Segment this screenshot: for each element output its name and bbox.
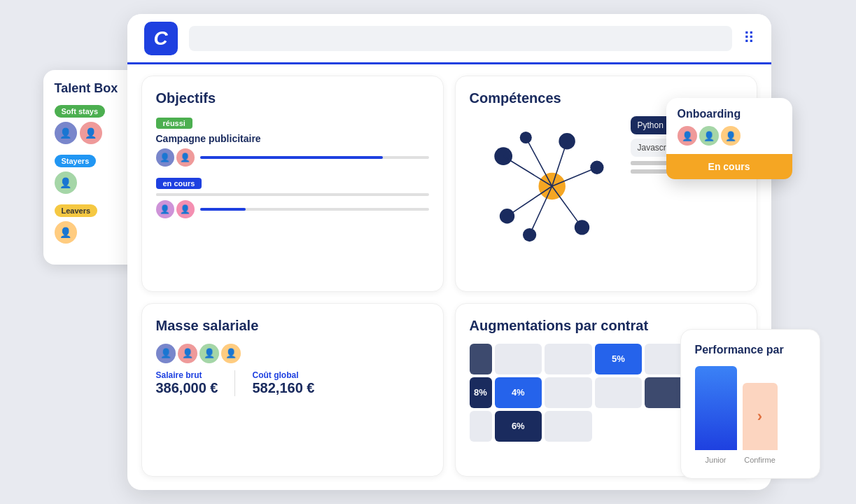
masse-divider xyxy=(234,370,235,396)
objectifs-card: Objectifs réussi Campagne publicitaire 👤… xyxy=(141,76,444,292)
app-logo: C xyxy=(144,22,178,55)
network-svg xyxy=(470,116,619,256)
aug-cell-empty xyxy=(595,377,643,408)
aug-cell-6pct: 6% xyxy=(495,411,542,442)
masse-avatars: 👤 👤 👤 👤 xyxy=(156,344,429,363)
avatar: 👤 xyxy=(176,200,195,218)
onboarding-avatars: 👤 👤 👤 xyxy=(678,126,781,146)
avatar: 👤 xyxy=(80,122,102,144)
aug-cell-empty xyxy=(545,377,592,408)
perf-bar-confirme: › xyxy=(743,383,778,450)
avatar: 👤 xyxy=(156,344,176,363)
masse-salariale-card: Masse salariale 👤 👤 👤 👤 Salaire brut 386… xyxy=(141,303,444,477)
avatar: 👤 xyxy=(176,148,195,167)
aug-cell-8pct: 8% xyxy=(470,377,492,408)
objectif-avatars: 👤 👤 xyxy=(156,148,195,167)
cout-value: 582,160 € xyxy=(252,380,314,396)
performance-card: Performance par › Junior Confirme xyxy=(680,329,820,479)
skill-name: Python xyxy=(638,120,664,130)
aug-row-label xyxy=(470,344,492,374)
en-cours-button[interactable]: En cours xyxy=(666,154,792,179)
perf-label-confirme: Confirme xyxy=(743,456,778,464)
avatar: 👤 xyxy=(156,148,174,167)
masse-title: Masse salariale xyxy=(156,318,429,334)
avatar: 👤 xyxy=(178,344,197,363)
perf-bar-junior xyxy=(695,366,737,450)
progress-bar-2 xyxy=(156,193,265,196)
scene: Talent Box Soft stays 👤 👤 Stayers 👤 Leav… xyxy=(43,14,813,490)
progress-container-2 xyxy=(156,193,429,196)
salaire-brut-col: Salaire brut 386,000 € xyxy=(156,370,218,396)
onboarding-title: Onboarding xyxy=(678,108,781,120)
svg-line-8 xyxy=(503,156,552,186)
svg-line-14 xyxy=(526,137,552,186)
soft-stays-badge: Soft stays xyxy=(55,105,106,118)
leavers-badge: Leavers xyxy=(55,204,98,217)
aug-cell-empty xyxy=(545,411,592,442)
objectifs-title: Objectifs xyxy=(156,90,429,106)
competences-graph xyxy=(470,116,619,256)
salaire-label: Salaire brut xyxy=(156,370,218,380)
cout-label: Coût global xyxy=(252,370,314,380)
salaire-value: 386,000 € xyxy=(156,380,218,396)
progress-bar xyxy=(200,156,384,159)
avatar: 👤 xyxy=(721,126,741,146)
progress-container xyxy=(200,156,429,159)
avatar: 👤 xyxy=(55,122,77,144)
reussi-badge: réussi xyxy=(156,118,192,129)
avatar: 👤 xyxy=(221,344,241,363)
objectif-item-campagne: réussi Campagne publicitaire 👤 👤 xyxy=(156,116,429,167)
objectif-row-2 xyxy=(156,193,429,196)
aug-cell-empty xyxy=(545,344,592,374)
stayers-badge: Stayers xyxy=(55,155,97,167)
objectif-row: 👤 👤 xyxy=(156,148,429,167)
svg-line-11 xyxy=(552,186,582,227)
grid-menu-icon[interactable]: ⠿ xyxy=(743,29,755,48)
objectif-name: Campagne publicitaire xyxy=(156,133,429,144)
perf-label-junior: Junior xyxy=(695,456,737,464)
objectif-avatars-2: 👤 👤 xyxy=(156,200,195,218)
avatar: 👤 xyxy=(199,344,219,363)
onboarding-card: Onboarding 👤 👤 👤 En cours xyxy=(666,98,792,179)
aug-cell-empty xyxy=(495,344,542,374)
masse-amounts: Salaire brut 386,000 € Coût global 582,1… xyxy=(156,370,429,396)
main-dashboard-card: C ⠿ Objectifs réussi Campagne publicitai… xyxy=(127,14,771,490)
encours-badge: en cours xyxy=(156,178,202,189)
objectif-item-encours: en cours 👤 👤 xyxy=(156,176,429,218)
cout-global-col: Coût global 582,160 € xyxy=(252,370,314,396)
performance-bars: › xyxy=(695,366,806,450)
avatar: 👤 xyxy=(156,200,174,218)
avatar: 👤 xyxy=(678,126,697,146)
progress-container-3 xyxy=(200,208,429,211)
progress-bar-3 xyxy=(200,208,246,211)
aug-cell-5pct: 5% xyxy=(595,344,643,374)
aug-cell-4pct: 4% xyxy=(495,377,542,408)
avatar: 👤 xyxy=(699,126,719,146)
app-header: C ⠿ xyxy=(127,14,771,64)
objectif-row-3: 👤 👤 xyxy=(156,200,429,218)
aug-cell-empty xyxy=(470,411,492,442)
avatar: 👤 xyxy=(55,172,77,194)
search-bar[interactable] xyxy=(189,26,732,51)
svg-point-7 xyxy=(519,132,531,144)
performance-labels: Junior Confirme xyxy=(695,456,806,464)
avatar: 👤 xyxy=(55,221,77,244)
performance-title: Performance par xyxy=(695,344,806,356)
svg-point-5 xyxy=(590,161,603,174)
